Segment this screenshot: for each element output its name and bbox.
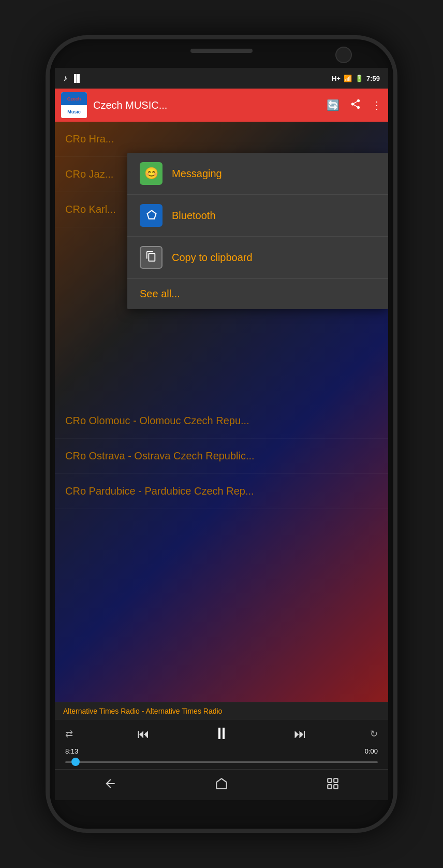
logo-text-czech: Czech (67, 96, 81, 102)
svg-rect-0 (328, 778, 332, 783)
network-type: H+ (332, 75, 341, 82)
progress-bar-wrap[interactable] (55, 755, 388, 769)
logo-bottom: Music (61, 105, 87, 118)
menu-label-clipboard: Copy to clipboard (172, 252, 253, 264)
menu-label-bluetooth: Bluetooth (172, 210, 216, 222)
more-options-button[interactable]: ⋮ (372, 99, 382, 111)
app-title: Czech MUSIC... (93, 99, 327, 111)
menu-item-clipboard[interactable]: Copy to clipboard (127, 237, 388, 279)
bluetooth-icon: ⬠ (146, 209, 156, 222)
player-controls: ⇄ ⏮ ⏸ ⏭ ↻ (55, 720, 388, 747)
time-elapsed: 8:13 (65, 747, 78, 755)
status-bar: ♪ ▐▌ H+ 📶 🔋 7:59 (55, 68, 388, 89)
bottom-nav (55, 769, 388, 800)
clipboard-icon-wrap (140, 246, 163, 269)
now-playing-text: Alternative Times Radio - Alternative Ti… (63, 707, 222, 715)
menu-item-bluetooth[interactable]: ⬠ Bluetooth (127, 195, 388, 237)
menu-item-see-all[interactable]: See all... (127, 279, 388, 309)
progress-thumb[interactable] (71, 758, 80, 766)
player-time-row: 8:13 0:00 (55, 747, 388, 755)
context-menu: 😊 Messaging ⬠ Bluetooth (127, 153, 388, 309)
app-bar-actions: 🔄 ⋮ (327, 98, 382, 112)
player-bar: Alternative Times Radio - Alternative Ti… (55, 702, 388, 769)
phone-outer: ♪ ▐▌ H+ 📶 🔋 7:59 Czech Music (0, 0, 443, 868)
back-button[interactable] (104, 777, 117, 793)
pause-button[interactable]: ⏸ (213, 724, 230, 743)
logo-top: Czech (61, 92, 87, 105)
messaging-icon-wrap: 😊 (140, 162, 163, 185)
status-left: ♪ ▐▌ (63, 74, 83, 83)
progress-track[interactable] (65, 761, 378, 763)
main-content: CRo Hra... CRo Jaz... CRo Karl... (55, 122, 388, 702)
recents-button[interactable] (326, 777, 339, 793)
menu-label-messaging: Messaging (172, 168, 222, 180)
app-bar: Czech Music Czech MUSIC... 🔄 ⋮ (55, 89, 388, 122)
next-button[interactable]: ⏭ (294, 727, 306, 741)
battery-icon: 🔋 (355, 75, 363, 82)
messaging-icon: 😊 (144, 167, 158, 180)
refresh-button[interactable]: 🔄 (327, 99, 339, 111)
status-right: H+ 📶 🔋 7:59 (332, 75, 380, 82)
app-logo: Czech Music (61, 92, 87, 118)
clipboard-icon (145, 251, 157, 265)
home-button[interactable] (215, 777, 228, 793)
prev-button[interactable]: ⏮ (137, 727, 150, 741)
clock: 7:59 (366, 75, 380, 82)
time-remaining: 0:00 (365, 747, 378, 755)
logo-text-music: Music (67, 109, 81, 114)
now-playing-bar: Alternative Times Radio - Alternative Ti… (55, 702, 388, 720)
menu-item-messaging[interactable]: 😊 Messaging (127, 153, 388, 195)
phone-screen: ♪ ▐▌ H+ 📶 🔋 7:59 Czech Music (55, 68, 388, 800)
svg-rect-1 (334, 778, 338, 783)
music-status-icon: ♪ (63, 74, 67, 83)
bluetooth-icon-wrap: ⬠ (140, 204, 163, 227)
signal-strength-icon: 📶 (344, 75, 352, 82)
shuffle-button[interactable]: ⇄ (65, 728, 73, 740)
menu-label-see-all: See all... (140, 288, 180, 299)
repeat-button[interactable]: ↻ (370, 728, 378, 740)
signal-bars-icon: ▐▌ (71, 74, 83, 82)
share-button[interactable] (350, 98, 361, 112)
svg-rect-3 (334, 785, 338, 789)
svg-rect-2 (328, 785, 332, 789)
phone-frame: ♪ ▐▌ H+ 📶 🔋 7:59 Czech Music (46, 35, 397, 833)
